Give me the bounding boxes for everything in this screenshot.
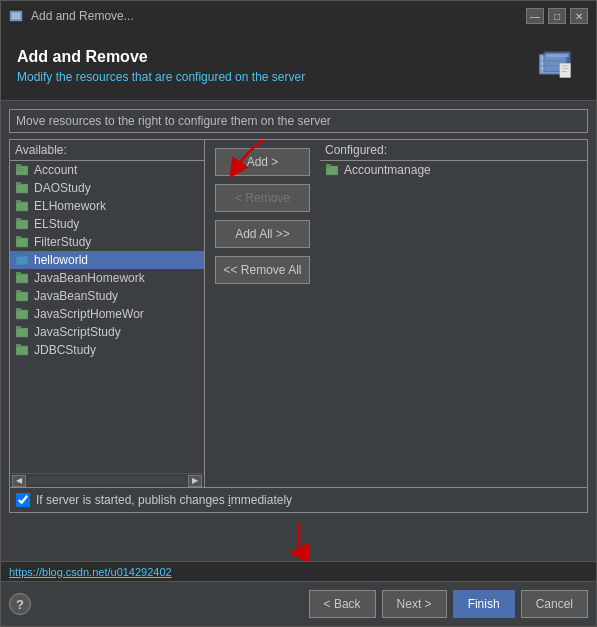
header: Add and Remove Modify the resources that… [1,31,596,101]
project-icon [15,235,29,249]
available-panel: Available: Account [10,140,205,487]
svg-rect-25 [16,254,21,257]
svg-rect-26 [16,274,28,283]
project-icon [15,325,29,339]
title-bar-left: Add and Remove... [9,8,134,24]
configured-panel: Configured: Accountmanage [320,140,587,487]
available-list[interactable]: Account DAOStudy [10,161,204,473]
available-header: Available: [10,140,204,161]
window-icon [9,8,25,24]
horizontal-scrollbar[interactable]: ◀ ▶ [10,473,204,487]
header-subtitle: Modify the resources that are configured… [17,70,530,84]
panels-container: Available: Account [9,139,588,513]
svg-rect-31 [16,308,21,311]
checkbox-label: If server is started, publish changes im… [36,493,292,507]
available-list-container: Account DAOStudy [10,161,204,473]
back-button[interactable]: < Back [309,590,376,618]
list-item[interactable]: ELHomework [10,197,204,215]
svg-rect-24 [16,256,28,265]
remove-all-button[interactable]: << Remove All [215,256,310,284]
close-button[interactable]: ✕ [570,8,588,24]
project-icon [15,289,29,303]
project-icon [15,199,29,213]
main-content: Move resources to the right to configure… [1,101,596,521]
title-bar: Add and Remove... — □ ✕ [1,1,596,31]
svg-rect-36 [326,166,338,175]
list-item[interactable]: JavaScriptStudy [10,323,204,341]
remove-button[interactable]: < Remove [215,184,310,212]
checkbox-area: If server is started, publish changes im… [10,487,587,512]
configured-list-container: Accountmanage [320,161,587,487]
server-icon [530,43,580,88]
project-icon [15,217,29,231]
svg-rect-1 [12,13,20,19]
project-icon-special [15,253,29,267]
list-item[interactable]: JavaBeanStudy [10,287,204,305]
panels-row: Available: Account [10,140,587,487]
svg-rect-17 [16,182,21,185]
middle-buttons: Add > < Remove Add All >> << Remove All [205,140,320,292]
instruction-bar: Move resources to the right to configure… [9,109,588,133]
main-window: Add and Remove... — □ ✕ Add and Remove M… [0,0,597,627]
list-item[interactable]: FilterStudy [10,233,204,251]
header-text: Add and Remove Modify the resources that… [17,48,530,84]
project-icon [15,307,29,321]
window-title: Add and Remove... [31,9,134,23]
svg-rect-23 [16,236,21,239]
svg-rect-34 [16,346,28,355]
status-bar: https://blog.csdn.net/u014292402 [1,561,596,581]
list-item-selected[interactable]: helloworld [10,251,204,269]
project-icon [15,343,29,357]
project-icon [15,271,29,285]
svg-rect-7 [546,53,569,57]
title-bar-controls: — □ ✕ [526,8,588,24]
svg-rect-27 [16,272,21,275]
scroll-left-button[interactable]: ◀ [12,475,26,487]
svg-rect-32 [16,328,28,337]
help-button[interactable]: ? [9,593,31,615]
svg-rect-15 [17,170,24,171]
next-button[interactable]: Next > [382,590,447,618]
project-icon [15,181,29,195]
project-icon [15,163,29,177]
svg-rect-16 [16,184,28,193]
scroll-right-button[interactable]: ▶ [188,475,202,487]
publish-checkbox[interactable] [16,493,30,507]
list-item[interactable]: ELStudy [10,215,204,233]
list-item[interactable]: JavaBeanHomework [10,269,204,287]
list-item[interactable]: JavaScriptHomeWor [10,305,204,323]
cancel-button[interactable]: Cancel [521,590,588,618]
footer-buttons: < Back Next > Finish Cancel [309,590,588,618]
svg-rect-18 [16,202,28,211]
svg-rect-37 [326,164,331,167]
add-button[interactable]: Add > [215,148,310,176]
footer-left: ? [9,593,31,615]
list-item[interactable]: Account [10,161,204,179]
svg-rect-21 [16,218,21,221]
svg-rect-19 [16,200,21,203]
svg-rect-14 [17,168,24,169]
svg-rect-22 [16,238,28,247]
svg-rect-35 [16,344,21,347]
svg-rect-29 [16,290,21,293]
configured-list[interactable]: Accountmanage [320,161,587,487]
svg-rect-13 [16,164,21,167]
project-icon [325,163,339,177]
list-item[interactable]: DAOStudy [10,179,204,197]
header-title: Add and Remove [17,48,530,66]
footer: ? < Back Next > Finish Cancel [1,581,596,626]
svg-rect-8 [560,63,571,77]
svg-rect-20 [16,220,28,229]
finish-button[interactable]: Finish [453,590,515,618]
svg-rect-28 [16,292,28,301]
scroll-track [28,477,186,485]
configured-header: Configured: [320,140,587,161]
list-item[interactable]: JDBCStudy [10,341,204,359]
svg-rect-33 [16,326,21,329]
add-all-button[interactable]: Add All >> [215,220,310,248]
svg-rect-30 [16,310,28,319]
minimize-button[interactable]: — [526,8,544,24]
list-item[interactable]: Accountmanage [320,161,587,179]
status-url[interactable]: https://blog.csdn.net/u014292402 [9,566,172,578]
maximize-button[interactable]: □ [548,8,566,24]
